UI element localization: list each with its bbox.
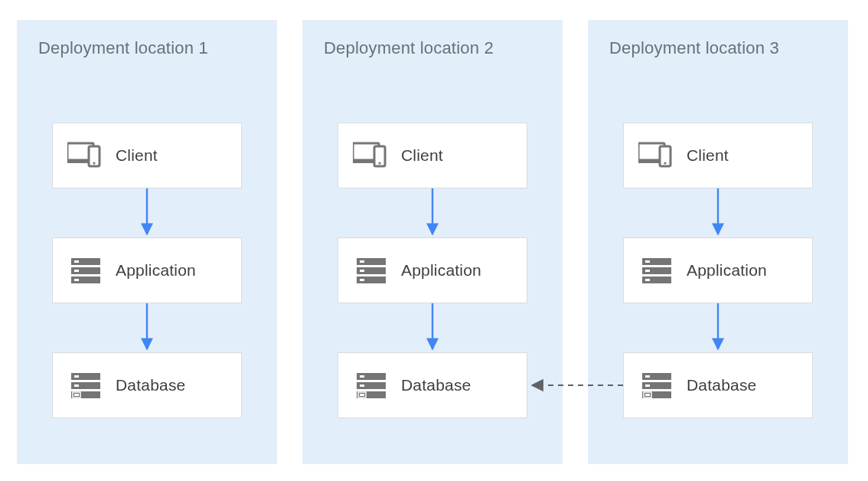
node-client-2-label: Client	[401, 146, 443, 165]
server-icon	[53, 258, 116, 283]
database-icon	[338, 373, 401, 398]
server-icon	[338, 258, 401, 283]
node-db-2-label: Database	[401, 376, 472, 394]
node-db-3: Database	[623, 352, 813, 418]
node-db-1-label: Database	[116, 376, 186, 394]
database-icon	[624, 373, 687, 398]
node-client-1: Client	[52, 123, 242, 188]
node-db-2: Database	[338, 352, 527, 418]
node-app-3: Application	[623, 237, 813, 303]
devices-icon	[338, 142, 401, 169]
devices-icon	[624, 142, 687, 169]
node-app-1: Application	[52, 237, 242, 303]
node-app-2: Application	[338, 237, 527, 303]
database-icon	[53, 373, 116, 398]
node-app-3-label: Application	[687, 261, 767, 280]
region-3-title: Deployment location 3	[609, 38, 779, 58]
node-db-3-label: Database	[687, 376, 757, 394]
server-icon	[624, 258, 687, 283]
node-client-3: Client	[623, 123, 813, 188]
region-2-title: Deployment location 2	[324, 38, 494, 58]
node-client-2: Client	[338, 123, 527, 188]
node-client-1-label: Client	[116, 146, 158, 165]
region-1-title: Deployment location 1	[38, 38, 208, 58]
devices-icon	[53, 142, 116, 169]
diagram-canvas: Deployment location 1 Deployment locatio…	[0, 0, 868, 481]
node-db-1: Database	[52, 352, 242, 418]
node-client-3-label: Client	[687, 146, 729, 165]
node-app-1-label: Application	[116, 261, 196, 280]
node-app-2-label: Application	[401, 261, 481, 280]
